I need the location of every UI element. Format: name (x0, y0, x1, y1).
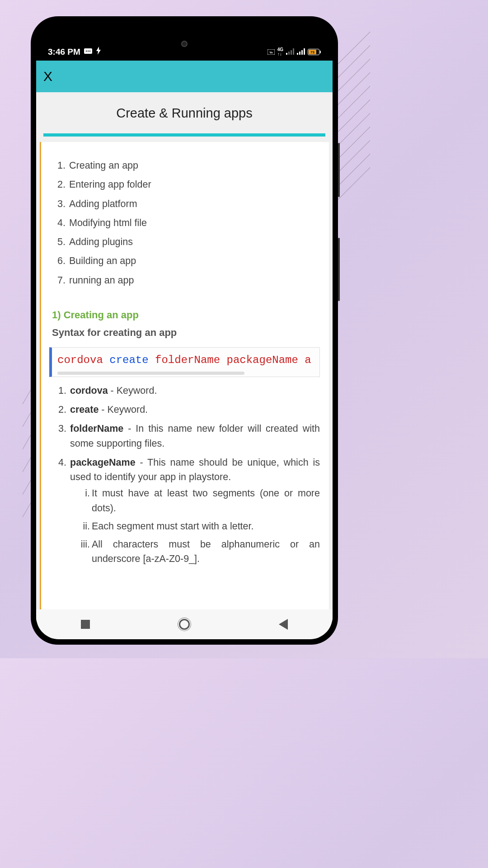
volte-icon: Vo (267, 47, 275, 57)
4g-icon: 4G↑↓ (277, 47, 283, 57)
svg-point-2 (88, 50, 89, 51)
toc-item[interactable]: Building an app (69, 254, 320, 268)
definition-item: folderName - In this name new folder wil… (70, 421, 320, 451)
rule-item: It must have at least two segments (one … (92, 486, 320, 515)
back-button[interactable] (279, 619, 288, 630)
signal-icon-2 (297, 47, 305, 57)
power-button (338, 238, 340, 301)
navigation-bar (36, 609, 333, 639)
app-header: X (36, 61, 333, 92)
battery-icon: 73 (308, 49, 321, 55)
bolt-icon (96, 47, 101, 57)
toc-item[interactable]: Creating an app (69, 158, 320, 173)
toc-item[interactable]: Adding platform (69, 197, 320, 211)
code-token: cordova (57, 354, 103, 366)
content-wrapper[interactable]: Creating an app Entering app folder Addi… (36, 142, 333, 621)
syntax-label: Syntax for creating an app (52, 325, 320, 340)
svg-text:Vo: Vo (269, 51, 273, 54)
package-rules-list: It must have at least two segments (one … (70, 486, 320, 566)
code-block[interactable]: cordova create folderName packageName a (49, 347, 320, 377)
code-token: create (109, 354, 148, 366)
signal-icon-1 (286, 47, 294, 57)
rule-item: All characters must be alphanumeric or a… (92, 537, 320, 566)
code-scrollbar[interactable] (57, 372, 244, 375)
close-button[interactable]: X (43, 69, 52, 84)
content-body: Creating an app Entering app folder Addi… (40, 142, 329, 621)
title-underline (43, 133, 325, 137)
volume-button (338, 143, 340, 197)
svg-point-1 (86, 50, 87, 51)
recent-apps-button[interactable] (81, 620, 90, 629)
page-title: Create & Running apps (43, 106, 325, 121)
title-section: Create & Running apps (36, 92, 333, 142)
toc-item[interactable]: Modifying html file (69, 216, 320, 230)
phone-notch (144, 22, 225, 35)
home-button[interactable] (179, 619, 190, 630)
toc-item[interactable]: Entering app folder (69, 177, 320, 192)
status-time: 3:46 PM (48, 47, 80, 57)
toc-item[interactable]: running an app (69, 273, 320, 288)
definition-item: packageName - This name should be unique… (70, 455, 320, 566)
definition-item: cordova - Keyword. (70, 383, 320, 398)
definition-item: create - Keyword. (70, 402, 320, 417)
rule-item: Each segment must start with a letter. (92, 519, 320, 533)
code-token: folderName packageName a (155, 354, 311, 366)
definitions-list: cordova - Keyword. create - Keyword. fol… (50, 383, 320, 566)
message-icon (84, 47, 92, 57)
toc-item[interactable]: Adding plugins (69, 235, 320, 249)
section-heading: 1) Creating an app (52, 307, 320, 322)
phone-frame: 3:46 PM Vo 4G↑↓ (31, 16, 338, 645)
table-of-contents: Creating an app Entering app folder Addi… (50, 158, 320, 288)
svg-point-3 (89, 50, 90, 51)
front-camera (181, 41, 188, 47)
